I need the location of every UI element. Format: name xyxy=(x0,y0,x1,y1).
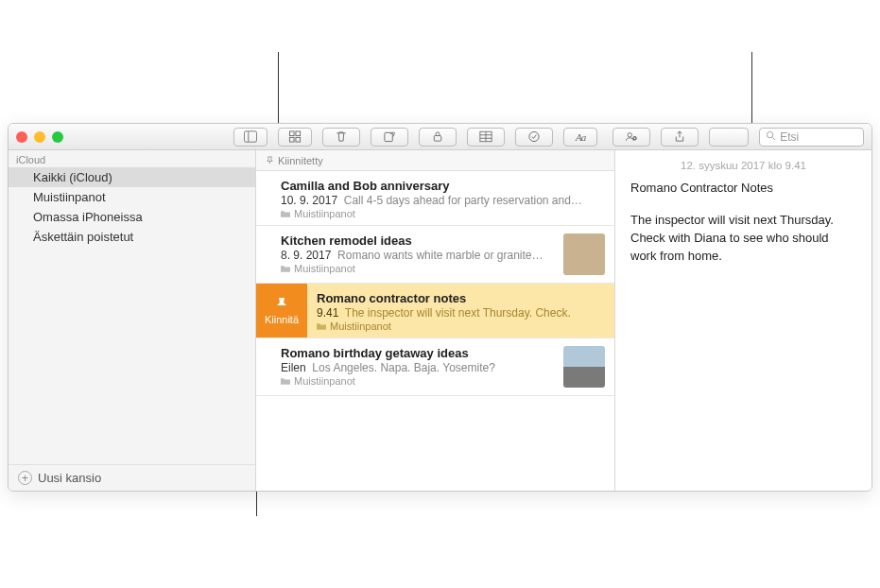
pinned-header: Kiinnitetty xyxy=(256,150,614,171)
lock-note-button[interactable] xyxy=(419,128,457,147)
notes-window: Aa Etsi iCloud Kaikki (iCloud) Muistiinp… xyxy=(8,123,872,492)
note-folder: Muistiinpanot xyxy=(281,375,550,387)
note-title: Kitchen remodel ideas xyxy=(281,233,550,248)
note-thumbnail xyxy=(563,346,605,388)
content-area: iCloud Kaikki (iCloud) Muistiinpanot Oma… xyxy=(9,150,871,491)
note-title: Romano birthday getaway ideas xyxy=(281,346,550,360)
svg-rect-4 xyxy=(289,137,294,142)
sidebar-item-on-my-iphone[interactable]: Omassa iPhoneissa xyxy=(9,207,255,227)
note-row[interactable]: Kiinnitä Romano contractor notes 9.41 Th… xyxy=(256,284,614,338)
sidebar-item-recently-deleted[interactable]: Äskettäin poistetut xyxy=(9,227,255,247)
note-thumbnail xyxy=(563,233,605,275)
compose-icon xyxy=(383,130,396,143)
search-icon xyxy=(766,130,776,144)
toggle-sidebar-button[interactable] xyxy=(233,128,267,147)
note-meta: 10. 9. 2017 Call 4-5 days ahead for part… xyxy=(281,194,605,207)
sidebar-item-all-icloud[interactable]: Kaikki (iCloud) xyxy=(9,167,255,187)
note-meta: Eilen Los Angeles. Napa. Baja. Yosemite? xyxy=(281,361,550,374)
format-button[interactable]: Aa xyxy=(563,128,597,147)
note-folder: Muistiinpanot xyxy=(317,320,605,332)
new-folder-label: Uusi kansio xyxy=(38,471,101,485)
note-detail-title[interactable]: Romano Contractor Notes xyxy=(630,181,856,195)
note-row[interactable]: Romano birthday getaway ideas Eilen Los … xyxy=(256,338,614,396)
pin-action[interactable]: Kiinnitä xyxy=(256,284,307,337)
sidebar-list: Kaikki (iCloud) Muistiinpanot Omassa iPh… xyxy=(9,167,255,464)
search-field[interactable]: Etsi xyxy=(759,128,864,147)
note-row[interactable]: Kitchen remodel ideas 8. 9. 2017 Romano … xyxy=(256,226,614,284)
minimize-window-button[interactable] xyxy=(34,131,45,143)
svg-rect-7 xyxy=(434,136,440,142)
share-icon xyxy=(673,130,686,143)
note-row[interactable]: Camilla and Bob anniversary 10. 9. 2017 … xyxy=(256,171,614,226)
note-meta: 9.41 The inspector will visit next Thurs… xyxy=(317,306,605,320)
note-title: Romano contractor notes xyxy=(317,291,605,305)
window-controls xyxy=(16,131,63,143)
svg-point-12 xyxy=(529,131,539,141)
search-placeholder: Etsi xyxy=(780,130,799,144)
svg-point-13 xyxy=(628,133,631,137)
note-meta: 8. 9. 2017 Romano wants white marble or … xyxy=(281,249,550,262)
new-folder-button[interactable]: + Uusi kansio xyxy=(9,464,255,491)
zoom-window-button[interactable] xyxy=(52,131,63,143)
checklist-button[interactable] xyxy=(515,128,553,147)
close-window-button[interactable] xyxy=(16,131,27,143)
svg-line-16 xyxy=(773,137,776,140)
pin-icon xyxy=(266,155,274,166)
svg-rect-5 xyxy=(296,137,301,142)
toolbar-segment[interactable] xyxy=(709,128,749,147)
trash-icon xyxy=(335,130,348,143)
lock-icon xyxy=(431,130,444,143)
svg-rect-3 xyxy=(296,131,301,136)
add-people-icon xyxy=(625,130,638,143)
callout-line xyxy=(278,52,279,123)
add-people-button[interactable] xyxy=(613,128,650,147)
share-button[interactable] xyxy=(661,128,699,147)
note-detail-body[interactable]: The inspector will visit next Thursday. … xyxy=(630,212,856,266)
note-folder: Muistiinpanot xyxy=(281,263,550,274)
svg-rect-2 xyxy=(289,131,294,136)
titlebar: Aa Etsi xyxy=(9,124,871,150)
pin-icon xyxy=(274,297,289,312)
grid-icon xyxy=(288,130,302,143)
svg-rect-6 xyxy=(385,132,392,141)
note-detail: 12. syyskuu 2017 klo 9.41 Romano Contrac… xyxy=(615,150,871,491)
delete-note-button[interactable] xyxy=(322,128,360,147)
notes-list: Kiinnitetty Camilla and Bob anniversary … xyxy=(256,150,615,491)
svg-rect-0 xyxy=(244,131,256,142)
checklist-icon xyxy=(527,130,541,143)
new-note-button[interactable] xyxy=(371,128,408,147)
folders-sidebar: iCloud Kaikki (iCloud) Muistiinpanot Oma… xyxy=(9,150,256,491)
sidebar-item-notes[interactable]: Muistiinpanot xyxy=(9,187,255,207)
sidebar-account-header: iCloud xyxy=(9,150,255,167)
note-detail-date: 12. syyskuu 2017 klo 9.41 xyxy=(630,160,856,171)
format-icon: Aa xyxy=(576,131,585,143)
view-grid-button[interactable] xyxy=(278,128,312,147)
plus-icon: + xyxy=(18,471,32,485)
svg-point-15 xyxy=(768,131,773,137)
note-title: Camilla and Bob anniversary xyxy=(281,179,605,193)
sidebar-icon xyxy=(244,130,257,143)
table-button[interactable] xyxy=(467,128,505,147)
table-icon xyxy=(479,130,492,143)
callout-line xyxy=(751,52,752,123)
note-folder: Muistiinpanot xyxy=(281,208,605,219)
